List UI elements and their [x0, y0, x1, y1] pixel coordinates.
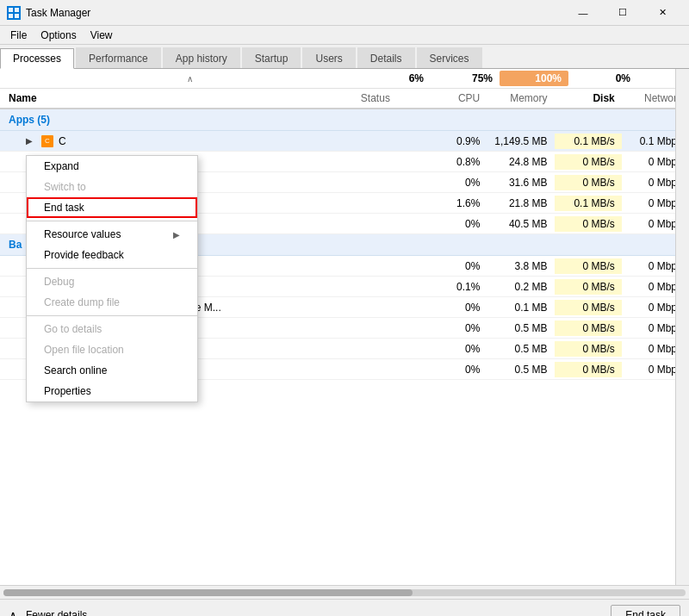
process-cpu: 0%: [428, 175, 487, 190]
close-button[interactable]: ✕: [642, 0, 682, 26]
tab-users[interactable]: Users: [302, 47, 355, 68]
col-memory-header[interactable]: Memory: [487, 90, 554, 106]
up-arrow-icon: ∧: [187, 74, 193, 84]
process-memory: 0.1 MB: [487, 300, 554, 315]
process-cpu: 0.1%: [428, 279, 487, 295]
tab-services[interactable]: Services: [417, 47, 482, 68]
apps-section-title: Apps (5): [0, 112, 370, 128]
apps-section-header: Apps (5): [0, 109, 689, 131]
process-memory: 0.5 MB: [487, 362, 554, 377]
ctx-properties[interactable]: Properties: [27, 381, 197, 401]
process-memory: 3.8 MB: [487, 258, 554, 274]
col-cpu-header[interactable]: CPU: [428, 90, 487, 106]
process-memory: 21.8 MB: [487, 196, 554, 211]
vertical-scrollbar[interactable]: [675, 69, 689, 585]
status-bar: ∧ Fewer details End task: [0, 599, 689, 616]
submenu-arrow-icon: ▶: [173, 230, 180, 240]
ctx-resource-values[interactable]: Resource values ▶: [27, 224, 197, 245]
menu-file[interactable]: File: [3, 28, 34, 43]
process-cpu: 0%: [428, 216, 487, 232]
ctx-separator-1: [27, 221, 197, 221]
process-cpu: 0%: [428, 362, 487, 377]
col-status-header[interactable]: Status: [361, 92, 428, 104]
tab-app-history[interactable]: App history: [163, 47, 240, 68]
process-memory: 0.5 MB: [487, 341, 554, 357]
maximize-button[interactable]: ☐: [603, 0, 642, 26]
ctx-open-file-location[interactable]: Open file location: [27, 339, 197, 360]
main-content: ∧ 6% 75% 100% 0% Name Status CPU Memory …: [0, 69, 689, 585]
process-memory: 31.6 MB: [487, 175, 554, 190]
process-disk: 0 MB/s: [555, 175, 622, 190]
process-icon: C: [41, 135, 53, 147]
process-disk: 0 MB/s: [555, 300, 622, 315]
process-cpu: 0%: [428, 300, 487, 315]
ctx-separator-2: [27, 268, 197, 269]
memory-perf-header: 75%: [431, 71, 500, 86]
process-disk: 0.1 MB/s: [555, 196, 622, 211]
network-perf-header: 0%: [568, 71, 637, 86]
ctx-expand[interactable]: Expand: [27, 156, 197, 177]
svg-rect-0: [9, 8, 13, 12]
process-disk: 0 MB/s: [555, 154, 622, 170]
table-row[interactable]: ▶ C C 0.9% 1,149.5 MB 0.1 MB/s 0.1 Mbps: [0, 131, 689, 152]
app-icon: [7, 6, 21, 20]
svg-rect-1: [15, 8, 19, 12]
cpu-perf-header: 6%: [370, 71, 431, 86]
process-disk: 0 MB/s: [555, 362, 622, 377]
process-disk: 0 MB/s: [555, 279, 622, 295]
process-disk: 0.1 MB/s: [555, 134, 622, 149]
window-title: Task Manager: [26, 7, 563, 19]
tab-processes[interactable]: Processes: [0, 48, 74, 69]
context-menu: Expand Switch to End task Resource value…: [26, 155, 198, 402]
window-controls: — ☐ ✕: [563, 0, 682, 26]
ctx-switch-to[interactable]: Switch to: [27, 177, 197, 197]
ctx-provide-feedback[interactable]: Provide feedback: [27, 245, 197, 265]
process-name-cell: ▶ C C: [0, 133, 361, 150]
h-scroll-track[interactable]: [3, 589, 686, 596]
process-memory: 1,149.5 MB: [487, 134, 554, 149]
process-cpu: 0.8%: [428, 154, 487, 170]
ctx-create-dump[interactable]: Create dump file: [27, 292, 197, 313]
ctx-end-task[interactable]: End task: [27, 197, 197, 218]
menu-view[interactable]: View: [84, 28, 120, 43]
ctx-search-online[interactable]: Search online: [27, 360, 197, 381]
process-memory: 40.5 MB: [487, 216, 554, 232]
tab-details[interactable]: Details: [357, 47, 415, 68]
menu-options[interactable]: Options: [34, 28, 83, 43]
svg-rect-3: [15, 14, 19, 18]
process-cpu: 0%: [428, 320, 487, 336]
process-disk: 0 MB/s: [555, 341, 622, 357]
svg-rect-2: [9, 14, 13, 18]
horizontal-scrollbar[interactable]: [0, 585, 689, 599]
process-cpu: 1.6%: [428, 196, 487, 211]
process-memory: 24.8 MB: [487, 154, 554, 170]
fewer-details-button[interactable]: ∧ Fewer details: [9, 608, 87, 617]
process-cpu: 0%: [428, 258, 487, 274]
tab-startup[interactable]: Startup: [242, 47, 301, 68]
title-bar: Task Manager — ☐ ✕: [0, 0, 689, 26]
expand-arrow-icon[interactable]: ▶: [26, 136, 33, 146]
fewer-details-label: Fewer details: [26, 609, 87, 617]
minimize-button[interactable]: —: [563, 0, 603, 26]
col-name-header[interactable]: Name: [0, 90, 361, 106]
disk-perf-header: 100%: [500, 71, 568, 86]
chevron-up-icon: ∧: [9, 608, 17, 617]
end-task-button[interactable]: End task: [611, 605, 680, 617]
tab-performance[interactable]: Performance: [76, 47, 161, 68]
ctx-separator-3: [27, 315, 197, 316]
ctx-go-to-details[interactable]: Go to details: [27, 319, 197, 339]
sort-arrow[interactable]: ∧: [0, 74, 370, 84]
ctx-debug[interactable]: Debug: [27, 271, 197, 292]
process-disk: 0 MB/s: [555, 216, 622, 232]
process-cpu: 0%: [428, 341, 487, 357]
h-scroll-thumb[interactable]: [3, 589, 413, 596]
col-disk-header[interactable]: Disk: [554, 90, 621, 106]
process-memory: 0.5 MB: [487, 320, 554, 336]
process-disk: 0 MB/s: [555, 320, 622, 336]
process-disk: 0 MB/s: [555, 258, 622, 274]
perf-header: ∧ 6% 75% 100% 0%: [0, 69, 689, 89]
menu-bar: File Options View: [0, 26, 689, 45]
process-cpu: 0.9%: [428, 134, 487, 149]
process-memory: 0.2 MB: [487, 279, 554, 295]
tab-bar: Processes Performance App history Startu…: [0, 45, 689, 69]
